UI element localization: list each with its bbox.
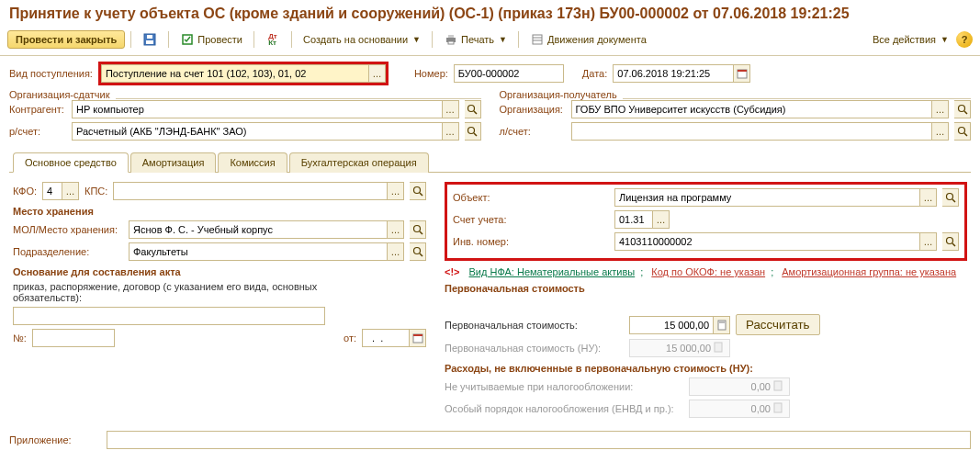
toolbar: Провести и закрыть Провести ДтКт Создать… — [0, 26, 980, 56]
basis-text: приказ, распоряжение, договор (с указани… — [13, 281, 344, 303]
save-icon — [142, 32, 157, 47]
save-button[interactable] — [137, 29, 163, 50]
raccount-input[interactable] — [73, 124, 442, 139]
lookup-button[interactable] — [954, 122, 971, 141]
create-based-button[interactable]: Создать на основании ▼ — [298, 31, 426, 48]
calendar-icon[interactable] — [733, 65, 749, 82]
inv-label: Инв. номер: — [453, 236, 609, 247]
laccount-input[interactable] — [572, 124, 932, 139]
dep-label: Подразделение: — [13, 246, 123, 257]
svg-point-12 — [468, 106, 475, 112]
basis-input[interactable] — [14, 309, 324, 323]
svg-point-22 — [413, 226, 420, 232]
amort-link[interactable]: Амортизационная группа: не указана — [782, 266, 956, 277]
lookup-button[interactable] — [954, 100, 971, 118]
dots-button[interactable]: … — [368, 65, 385, 82]
svg-line-17 — [964, 111, 967, 114]
nfa-link[interactable]: Вид НФА: Нематериальные активы — [469, 266, 636, 277]
page-title: Принятие к учету объекта ОС (кроме здани… — [0, 0, 980, 26]
post-label: Провести — [197, 34, 242, 45]
dots-button[interactable]: … — [931, 101, 948, 118]
number-input[interactable] — [455, 66, 563, 81]
date-input[interactable] — [614, 66, 733, 81]
svg-rect-36 — [774, 403, 782, 412]
calculate-button[interactable]: Рассчитать — [736, 314, 820, 335]
help-button[interactable]: ? — [956, 31, 973, 48]
svg-line-31 — [952, 243, 955, 246]
tab-main-asset[interactable]: Основное средство — [13, 152, 129, 173]
svg-point-16 — [958, 106, 964, 112]
exp1-label: Не учитываемые при налогообложении: — [445, 381, 683, 392]
kfo-label: КФО: — [13, 186, 37, 197]
org-input[interactable] — [572, 102, 932, 117]
receiver-legend: Организация-получатель — [500, 89, 623, 100]
movements-button[interactable]: Движения документа — [524, 29, 652, 50]
exp-title: Расходы, не включенные в первоначальную … — [445, 363, 775, 374]
kps-input[interactable] — [114, 184, 387, 198]
all-actions-button[interactable]: Все действия ▼ — [867, 31, 954, 48]
basis-date-input[interactable] — [363, 331, 409, 345]
tab-accounting-op[interactable]: Бухгалтерская операция — [289, 152, 429, 173]
post-and-close-button[interactable]: Провести и закрыть — [7, 30, 125, 49]
receipt-type-input[interactable] — [102, 66, 368, 81]
object-input[interactable] — [615, 190, 919, 205]
dep-input[interactable] — [130, 244, 387, 259]
ot-label: от: — [344, 332, 356, 343]
svg-line-21 — [420, 193, 422, 196]
dt-kt-icon: ДтКт — [265, 32, 280, 47]
kfo-input[interactable] — [43, 184, 62, 198]
dt-kt-button[interactable]: ДтКт — [260, 29, 286, 50]
dots-button[interactable]: … — [387, 243, 403, 260]
cost-input[interactable] — [630, 318, 713, 332]
dots-button[interactable]: … — [62, 183, 78, 199]
lookup-button[interactable] — [465, 122, 481, 141]
svg-rect-1 — [146, 40, 153, 44]
post-button[interactable]: Провести — [175, 29, 248, 50]
svg-line-25 — [420, 253, 422, 256]
raccount-label: р/счет: — [9, 126, 66, 137]
kps-label: КПС: — [84, 186, 107, 197]
counterparty-input[interactable] — [73, 102, 442, 117]
dots-button[interactable]: … — [442, 101, 458, 118]
calendar-icon[interactable] — [409, 330, 425, 346]
print-icon — [444, 32, 458, 47]
dots-button[interactable]: … — [442, 123, 458, 140]
dots-button[interactable]: … — [931, 123, 948, 140]
calc-icon[interactable] — [713, 317, 729, 333]
lookup-button[interactable] — [942, 188, 959, 207]
lookup-button[interactable] — [410, 242, 426, 261]
inv-input[interactable] — [615, 234, 919, 249]
tab-amortization[interactable]: Амортизация — [130, 152, 217, 173]
svg-line-13 — [474, 111, 477, 114]
cost-nu-value: 15 000,00 — [666, 343, 711, 354]
lookup-button[interactable] — [410, 182, 426, 200]
tab-commission[interactable]: Комиссия — [218, 152, 287, 173]
attach-label: Приложение: — [9, 434, 101, 445]
dots-button[interactable]: … — [652, 211, 669, 228]
print-button[interactable]: Печать ▼ — [438, 29, 513, 50]
svg-line-19 — [964, 133, 967, 136]
svg-line-23 — [420, 231, 422, 234]
lookup-button[interactable] — [942, 232, 959, 251]
acct-input[interactable] — [615, 212, 652, 227]
dots-button[interactable]: … — [919, 233, 936, 250]
mol-input[interactable] — [130, 222, 387, 237]
chevron-down-icon: ▼ — [412, 35, 421, 44]
warn-icon: <!> — [445, 266, 460, 277]
dots-button[interactable]: … — [387, 221, 403, 238]
dots-button[interactable]: … — [387, 183, 403, 199]
tabs: Основное средство Амортизация Комиссия Б… — [9, 152, 971, 173]
chevron-down-icon: ▼ — [499, 35, 507, 44]
lookup-button[interactable] — [465, 100, 481, 118]
post-icon — [180, 32, 195, 47]
lookup-button[interactable] — [410, 220, 426, 239]
okof-link[interactable]: Код по ОКОФ: не указан — [651, 266, 765, 277]
svg-point-18 — [958, 128, 964, 134]
attach-input[interactable] — [107, 433, 970, 447]
movements-icon — [530, 32, 545, 47]
basis-num-input[interactable] — [33, 331, 114, 345]
svg-point-14 — [468, 128, 475, 134]
svg-point-28 — [946, 194, 952, 200]
object-label: Объект: — [453, 192, 609, 203]
dots-button[interactable]: … — [919, 189, 936, 206]
